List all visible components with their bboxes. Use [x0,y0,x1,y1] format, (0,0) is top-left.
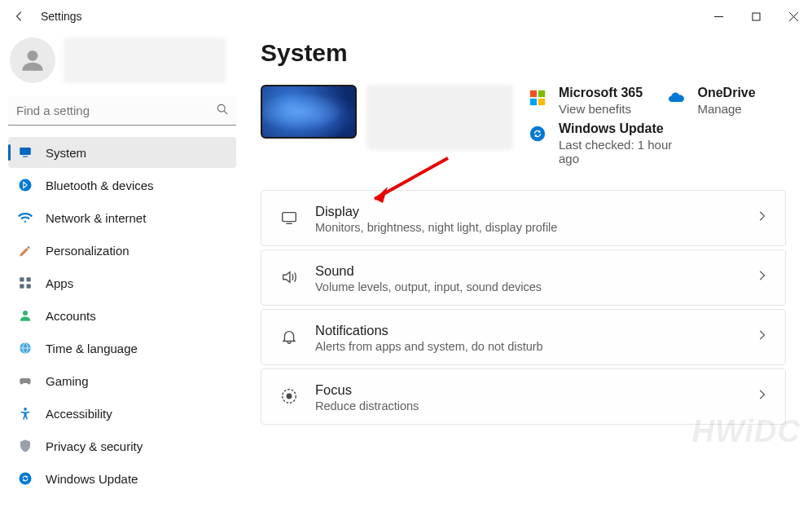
svg-rect-19 [283,213,296,222]
svg-point-13 [20,473,32,485]
sidebar-item-update[interactable]: Windows Update [8,463,236,494]
speaker-icon [279,267,299,287]
nav-label: Apps [46,276,73,290]
close-button[interactable] [775,4,812,29]
svg-point-10 [23,311,28,315]
page-title: System [261,39,786,67]
system-info-redacted [366,85,513,150]
nav-label: Time & language [46,342,138,355]
nav-label: System [46,146,86,160]
paintbrush-icon [18,243,33,258]
tile-windows-update[interactable]: Windows Update Last checked: 1 hour ago [528,121,786,165]
sidebar-item-network[interactable]: Network & internet [8,202,236,233]
setting-desc: Volume levels, output, input, sound devi… [315,280,740,293]
titlebar: Settings [0,0,812,33]
microsoft-logo-icon [528,88,547,108]
chevron-right-icon [756,329,767,344]
sidebar-item-accounts[interactable]: Accounts [8,300,236,331]
svg-rect-6 [20,277,24,281]
setting-desc: Alerts from apps and system, do not dist… [315,340,740,353]
globe-clock-icon [18,341,33,355]
display-icon [279,208,299,227]
svg-rect-9 [27,284,31,289]
nav-label: Network & internet [46,211,146,225]
monitor-icon [18,145,33,160]
setting-title: Focus [315,381,740,399]
sidebar-item-bluetooth[interactable]: Bluetooth & devices [8,170,236,201]
nav-label: Accessibility [46,407,112,421]
tile-onedrive[interactable]: OneDrive Manage [667,85,787,116]
chevron-right-icon [756,210,767,225]
nav-label: Windows Update [46,472,138,486]
tile-microsoft-365[interactable]: Microsoft 365 View benefits [528,85,647,116]
watermark: HWiDC [692,414,801,449]
svg-point-18 [530,126,545,141]
user-profile[interactable] [8,33,236,96]
svg-point-1 [28,51,38,61]
sidebar-item-personalization[interactable]: Personalization [8,235,236,266]
shield-icon [18,439,33,453]
sidebar: System Bluetooth & devices Network & int… [0,33,244,516]
chevron-right-icon [756,270,767,284]
avatar [10,37,55,83]
bell-icon [279,327,299,346]
maximize-button[interactable] [737,4,775,29]
settings-list: Display Monitors, brightness, night ligh… [261,190,786,425]
bluetooth-icon [18,178,33,192]
person-icon [19,46,46,74]
onedrive-icon [667,88,687,108]
nav-label: Accounts [46,309,96,323]
chevron-right-icon [756,389,767,404]
gamepad-icon [18,373,33,388]
svg-rect-4 [23,157,28,157]
svg-point-21 [287,395,292,399]
minimize-button[interactable] [700,4,737,29]
app-title: Settings [41,10,82,23]
desktop-thumbnail[interactable] [261,85,357,139]
svg-rect-3 [20,148,31,155]
svg-rect-17 [538,99,545,105]
svg-rect-7 [27,277,31,281]
tile-sub: View benefits [559,102,643,116]
sidebar-item-time-language[interactable]: Time & language [8,333,236,364]
setting-sound[interactable]: Sound Volume levels, output, input, soun… [261,249,786,306]
apps-icon [18,276,33,290]
svg-point-2 [217,104,225,112]
tile-sub: Manage [698,102,756,116]
user-name-redacted [64,37,226,83]
nav-label: Privacy & security [46,439,143,453]
svg-point-12 [24,408,27,411]
svg-rect-0 [753,13,760,20]
nav-label: Personalization [46,244,129,258]
setting-notifications[interactable]: Notifications Alerts from apps and syste… [261,309,786,365]
nav-label: Bluetooth & devices [46,179,154,192]
sidebar-item-privacy[interactable]: Privacy & security [8,430,236,461]
accessibility-icon [18,406,33,421]
hero-row: Microsoft 365 View benefits OneDrive Man… [261,85,786,165]
update-icon [18,471,33,486]
setting-title: Notifications [315,321,740,340]
tile-sub: Last checked: 1 hour ago [559,138,689,165]
focus-icon [279,386,299,406]
tile-title: Windows Update [559,121,689,138]
setting-title: Display [315,202,740,221]
setting-desc: Reduce distractions [315,399,740,412]
setting-desc: Monitors, brightness, night light, displ… [315,221,740,234]
sidebar-item-gaming[interactable]: Gaming [8,365,236,396]
svg-rect-8 [20,284,24,289]
setting-title: Sound [315,262,740,280]
search-icon [217,104,228,118]
nav-label: Gaming [46,374,89,388]
sidebar-item-accessibility[interactable]: Accessibility [8,398,236,429]
wifi-icon [18,210,33,225]
back-button[interactable] [10,7,29,26]
person-icon [18,308,33,323]
window-controls [700,4,812,29]
update-icon [528,124,547,143]
sidebar-item-system[interactable]: System [8,137,236,168]
minimize-icon [714,12,723,21]
svg-rect-15 [538,90,545,97]
search-input[interactable] [8,96,236,126]
setting-display[interactable]: Display Monitors, brightness, night ligh… [261,190,786,246]
sidebar-item-apps[interactable]: Apps [8,267,236,298]
